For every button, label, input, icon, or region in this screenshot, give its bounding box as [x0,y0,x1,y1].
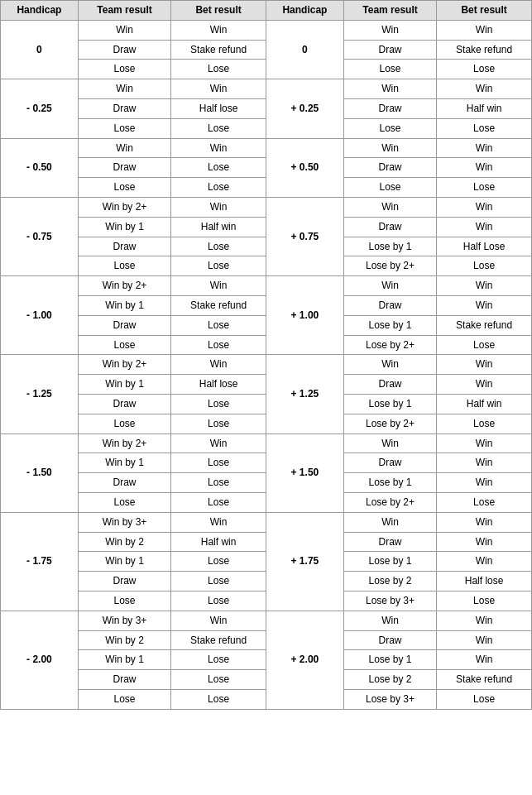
right-bet-result: Half win [437,394,532,414]
left-bet-result: Lose [171,394,266,414]
right-bet-result: Lose [437,591,532,611]
handicap-table: Handicap Team result Bet result Handicap… [0,0,532,710]
left-team-result: Win by 1 [78,217,170,237]
right-team-result: Win [343,20,436,40]
right-bet-result: Win [437,20,532,40]
left-handicap-cell: - 1.75 [1,512,79,611]
right-bet-result: Half lose [437,572,532,591]
left-bet-result: Lose [171,689,266,709]
left-team-result: Draw [78,394,170,414]
right-bet-result: Win [437,473,532,493]
left-team-result: Win [78,138,170,158]
right-bet-result: Win [437,158,532,178]
right-bet-result: Stake refund [437,670,532,690]
left-bet-result: Lose [171,670,266,690]
left-team-result: Win by 2+ [78,197,170,217]
right-handicap-cell: + 0.75 [266,197,343,275]
table-row: - 1.75Win by 3+Win+ 1.75WinWin [1,512,532,532]
right-handicap-cell: + 0.50 [266,138,343,197]
right-handicap-cell: + 1.75 [266,512,343,611]
right-team-result: Win [343,611,436,630]
left-bet-result: Half win [171,532,266,552]
right-bet-result: Lose [437,414,532,433]
left-bet-result: Half win [171,217,266,237]
right-handicap-cell: + 2.00 [266,611,343,709]
left-bet-result: Win [171,355,266,375]
left-team-result: Lose [78,492,170,512]
right-team-result: Lose by 1 [343,650,436,670]
left-team-result: Lose [78,178,170,198]
right-bet-result: Win [437,79,532,99]
right-team-result: Win [343,512,436,532]
left-team-result: Win by 2+ [78,433,170,453]
right-handicap-cell: + 0.25 [266,79,343,138]
table-row: - 2.00Win by 3+Win+ 2.00WinWin [1,611,532,630]
right-bet-result: Win [437,197,532,217]
col-header-right-bet: Bet result [437,1,532,21]
right-team-result: Lose by 1 [343,394,436,414]
left-bet-result: Win [171,611,266,630]
left-handicap-cell: - 2.00 [1,611,79,709]
left-team-result: Draw [78,473,170,493]
col-header-right-handicap: Handicap [266,1,343,21]
left-team-result: Draw [78,237,170,256]
right-team-result: Draw [343,158,436,178]
left-bet-result: Win [171,197,266,217]
right-team-result: Draw [343,295,436,315]
left-team-result: Win by 2+ [78,276,170,296]
left-bet-result: Half lose [171,98,266,118]
right-bet-result: Win [437,532,532,552]
right-team-result: Lose by 2 [343,572,436,591]
left-bet-result: Lose [171,60,266,79]
left-team-result: Draw [78,572,170,591]
right-bet-result: Win [437,276,532,296]
table-row: - 1.25Win by 2+Win+ 1.25WinWin [1,355,532,375]
left-bet-result: Lose [171,453,266,473]
right-team-result: Draw [343,217,436,237]
left-bet-result: Win [171,79,266,99]
left-bet-result: Win [171,20,266,40]
left-handicap-cell: - 0.25 [1,79,79,138]
col-header-left-handicap: Handicap [1,1,79,21]
right-bet-result: Half win [437,98,532,118]
right-bet-result: Win [437,650,532,670]
left-bet-result: Win [171,276,266,296]
left-team-result: Win by 3+ [78,611,170,630]
left-team-result: Lose [78,591,170,611]
left-team-result: Win by 1 [78,650,170,670]
left-handicap-cell: 0 [1,20,79,79]
right-bet-result: Win [437,512,532,532]
right-team-result: Win [343,276,436,296]
table-row: 0WinWin0WinWin [1,20,532,40]
table-row: - 0.75Win by 2+Win+ 0.75WinWin [1,197,532,217]
right-team-result: Lose by 2+ [343,414,436,433]
right-bet-result: Stake refund [437,315,532,335]
table-row: - 0.50WinWin+ 0.50WinWin [1,138,532,158]
left-bet-result: Lose [171,650,266,670]
left-team-result: Lose [78,689,170,709]
right-handicap-cell: + 1.25 [266,355,343,433]
left-bet-result: Lose [171,552,266,572]
col-header-left-team: Team result [78,1,170,21]
right-bet-result: Lose [437,256,532,276]
table-row: - 1.00Win by 2+Win+ 1.00WinWin [1,276,532,296]
table-row: - 1.50Win by 2+Win+ 1.50WinWin [1,433,532,453]
left-team-result: Draw [78,158,170,178]
right-team-result: Draw [343,630,436,650]
right-team-result: Draw [343,98,436,118]
left-team-result: Win by 2+ [78,355,170,375]
right-team-result: Draw [343,453,436,473]
right-team-result: Lose by 1 [343,237,436,256]
left-bet-result: Lose [171,335,266,355]
left-bet-result: Lose [171,178,266,198]
left-team-result: Win by 1 [78,453,170,473]
col-header-left-bet: Bet result [171,1,266,21]
right-bet-result: Win [437,138,532,158]
right-bet-result: Lose [437,492,532,512]
left-team-result: Draw [78,315,170,335]
right-team-result: Lose by 1 [343,315,436,335]
right-bet-result: Win [437,453,532,473]
right-bet-result: Stake refund [437,40,532,60]
left-team-result: Win by 1 [78,552,170,572]
left-team-result: Win [78,79,170,99]
